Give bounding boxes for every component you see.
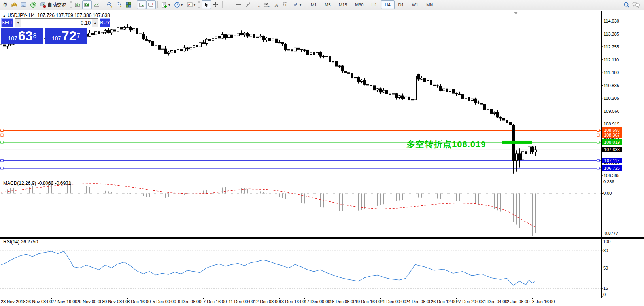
buy-price-pip-digit: 7	[77, 29, 80, 43]
time-axis-label: 23 Nov 2018	[1, 299, 25, 304]
buy-price-big-digits: 72	[62, 30, 76, 42]
rsi-line	[1, 251, 535, 285]
chart-ohlc-values: 107.726 107.769 107.386 107.638	[38, 13, 110, 18]
price-axis-tick-label: 109.560	[604, 109, 619, 114]
rsi-indicator-label: RSI(14) 26.2750	[3, 239, 38, 245]
time-axis-label: 11 Dec 00:00	[229, 299, 254, 304]
time-axis-label: 19 Dec 16:00	[355, 299, 381, 304]
line-drag-handle[interactable]	[1, 159, 3, 162]
price-axis-tick-label: 112.755	[604, 44, 619, 49]
sell-button-label: SELL	[2, 20, 13, 25]
line-drag-handle[interactable]	[1, 134, 3, 136]
rsi-axis-tick-label: 50	[603, 266, 608, 270]
time-axis-label: 24 Dec 08:00	[406, 299, 431, 304]
line-drag-handle[interactable]	[597, 141, 599, 143]
macd-histogram	[1, 180, 536, 236]
time-axis-label: 3 Jan 16:00	[532, 299, 555, 304]
sell-button[interactable]: SELL	[1, 18, 13, 27]
time-axis-label: 26 Dec 12:00	[431, 299, 457, 304]
line-drag-handle[interactable]	[1, 141, 3, 143]
sell-price-big-digits: 63	[18, 30, 33, 42]
level-price-tag: 106.725	[602, 165, 622, 171]
line-drag-handle[interactable]	[1, 129, 3, 131]
time-axis-label: 21 Dec 00:00	[380, 299, 406, 304]
price-axis-tick-label: 111.480	[604, 70, 619, 75]
sell-price-display[interactable]: 107638	[1, 28, 43, 44]
time-axis-label: 26 Nov 08:00	[26, 299, 52, 304]
line-drag-handle[interactable]	[597, 167, 599, 169]
sell-price-prefix: 107	[8, 34, 17, 42]
price-axis-tick-label: 114.030	[604, 19, 619, 23]
time-axis-label: 13 Dec 16:00	[279, 299, 305, 304]
green-trendline-segment[interactable]	[502, 141, 532, 144]
time-axis-label: 18 Dec 08:00	[330, 299, 355, 304]
macd-axis-min-label: -0.8777	[603, 231, 618, 236]
level-price-tag: 108.019	[602, 139, 622, 145]
rsi-axis-tick-label: 0	[603, 292, 606, 297]
price-axis-tick-label: 110.835	[604, 83, 619, 88]
time-axis-label: 2 Jan 08:00	[507, 299, 530, 304]
time-axis-label: 3 Dec 16:00	[127, 299, 151, 304]
candles	[0, 24, 537, 174]
level-price-tag: 108.367	[602, 132, 622, 138]
volume-decrease-button[interactable]: ▼	[15, 19, 21, 27]
price-axis-tick-label: 108.915	[604, 122, 619, 126]
time-axis-label: 31 Dec 04:00	[482, 299, 507, 304]
volume-control: ▼ ▲	[15, 18, 98, 27]
chart-shift-marker-icon[interactable]	[514, 12, 518, 15]
macd-signal-line	[1, 184, 535, 227]
time-axis-label: 7 Dec 16:00	[203, 299, 227, 304]
collapse-trade-panel-toggle[interactable]: ▲	[2, 14, 6, 18]
rsi-axis-tick-label: 15	[603, 286, 608, 291]
volume-input[interactable]	[21, 19, 92, 27]
volume-increase-button[interactable]: ▲	[92, 19, 98, 27]
rsi-axis-tick-label: 100	[603, 239, 610, 244]
one-click-trading-panel: SELL ▼ ▲ BUY 107638 107727	[1, 18, 87, 44]
sell-price-pip-digit: 8	[33, 29, 37, 43]
mt4-window: 单 自动交易	[0, 0, 644, 306]
rsi-axis-tick-label: 80	[603, 248, 608, 253]
macd-axis-zero-label: 0.00	[603, 191, 612, 196]
price-axis-tick-label: 110.205	[604, 96, 619, 101]
chart-canvas[interactable]	[0, 0, 644, 306]
buy-button[interactable]: BUY	[100, 18, 110, 27]
line-drag-handle[interactable]	[1, 167, 3, 169]
macd-axis-max-label: 0.286	[603, 179, 614, 184]
level-price-tag: 107.112	[602, 158, 622, 163]
buy-price-display[interactable]: 107727	[45, 28, 87, 44]
line-drag-handle[interactable]	[597, 129, 599, 131]
time-axis-label: 6 Dec 08:00	[178, 299, 201, 304]
macd-indicator-label: MACD(12,26,9) -0.8063 -0.6901	[3, 181, 71, 186]
time-axis-label: 12 Dec 08:00	[254, 299, 280, 304]
time-axis-label: 30 Nov 08:00	[102, 299, 128, 304]
chart-annotation-text[interactable]: 多空转折点108.019	[406, 139, 486, 150]
price-axis-tick-label: 106.365	[604, 173, 619, 178]
time-axis-label: 27 Dec 20:00	[456, 299, 482, 304]
chart-symbol-period: USDJPY-,H4	[8, 13, 35, 18]
price-axis-tick-label: 113.385	[604, 32, 619, 36]
time-axis-label: 17 Dec 00:00	[304, 299, 330, 304]
time-axis-label: 29 Nov 00:00	[77, 299, 102, 304]
chart-title: ▲USDJPY-,H4 107.726 107.769 107.386 107.…	[2, 13, 110, 18]
buy-button-label: BUY	[100, 20, 110, 25]
buy-price-prefix: 107	[52, 34, 61, 42]
price-axis-tick-label: 112.110	[604, 57, 619, 62]
current-price-tag: 107.638	[602, 147, 622, 152]
line-drag-handle[interactable]	[597, 159, 599, 162]
time-axis-label: 27 Nov 16:00	[51, 299, 77, 304]
time-axis-label: 5 Dec 00:00	[153, 299, 176, 304]
line-drag-handle[interactable]	[597, 134, 599, 136]
